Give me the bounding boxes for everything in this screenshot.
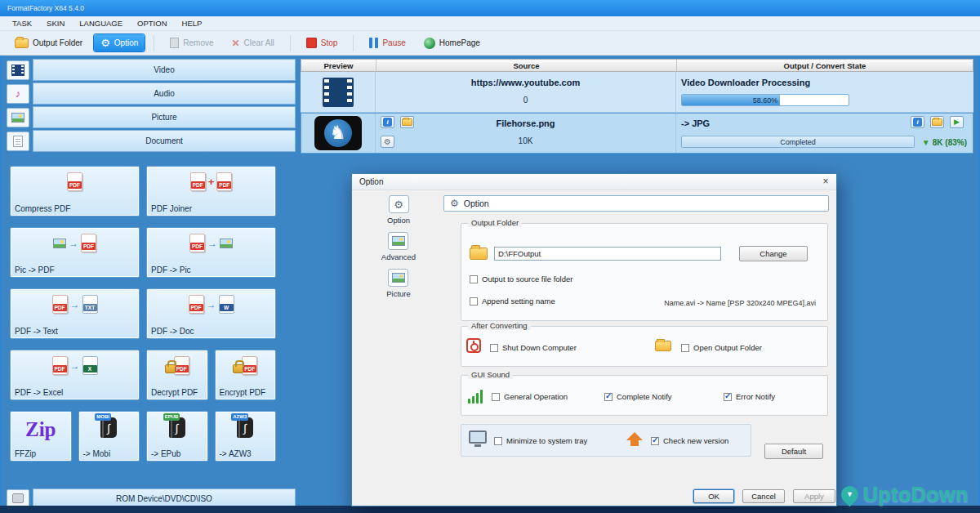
general-operation-checkbox[interactable]: General Operation <box>492 392 568 401</box>
stop-label: Stop <box>321 38 338 47</box>
tool-pdf-to-excel[interactable]: PDF X PDF -> Excel <box>10 350 140 400</box>
error-notify-checkbox[interactable]: Error Notify <box>724 392 775 401</box>
task-row-filehorse[interactable]: Filehorse.png 10K -> JPG Completed 8K (8… <box>301 113 973 154</box>
folder-icon <box>655 341 671 351</box>
pdf-icon: PDF <box>81 234 96 252</box>
tool-compress-pdf[interactable]: PDF Compress PDF <box>10 166 140 216</box>
tool-encrypt-pdf[interactable]: PDF Encrypt PDF <box>215 350 277 400</box>
arrow-icon <box>70 360 80 372</box>
complete-notify-checkbox[interactable]: Complete Notify <box>604 392 672 401</box>
tool-pdf-to-text[interactable]: PDF TXT PDF -> Text <box>10 288 140 339</box>
close-icon[interactable]: × <box>819 176 832 188</box>
check-new-version-checkbox[interactable]: Check new version <box>651 436 728 445</box>
source-filename: Filehorse.png <box>376 118 675 128</box>
category-document-label[interactable]: Document <box>33 130 296 152</box>
nav-option[interactable]: Option <box>387 195 410 225</box>
task-row-youtube[interactable]: https://www.youtube.com 0 Video Download… <box>301 72 973 113</box>
word-file-icon: W <box>219 295 234 314</box>
homepage-label: HomePage <box>439 38 480 47</box>
tool-decrypt-pdf[interactable]: PDF Decrypt PDF <box>146 350 208 400</box>
category-picture-label[interactable]: Picture <box>33 106 296 128</box>
category-document[interactable]: Document <box>7 130 296 152</box>
uptodown-watermark: UptoDown <box>841 483 969 506</box>
default-button[interactable]: Default <box>764 444 823 459</box>
misc-settings-box: Minimize to system tray Check new versio… <box>461 424 751 457</box>
gui-sound-group: GUI Sound General Operation Complete Not… <box>461 375 828 416</box>
task-table: Preview Source Output / Convert State ht… <box>301 59 973 154</box>
tool-pdf-to-pic[interactable]: PDF PDF -> Pic <box>146 227 276 278</box>
open-output-folder-checkbox[interactable]: Open Output Folder <box>681 343 762 352</box>
output-to-source-checkbox[interactable]: Output to source file folder <box>470 274 572 283</box>
ok-button[interactable]: OK <box>693 489 734 503</box>
arrow-icon <box>207 238 217 249</box>
minimize-to-tray-checkbox[interactable]: Minimize to system tray <box>494 436 587 445</box>
lock-icon <box>165 364 176 373</box>
change-button[interactable]: Change <box>739 246 808 261</box>
option-button[interactable]: Option <box>94 34 145 51</box>
pdf-icon: PDF <box>242 356 257 375</box>
output-path-input[interactable] <box>494 247 721 261</box>
header-source: Source <box>376 60 677 71</box>
window-title: FormatFactory X64 5.4.0 <box>7 4 84 12</box>
option-label: Option <box>114 38 138 47</box>
play-button[interactable] <box>950 116 964 128</box>
book-icon: MOBI <box>100 417 117 438</box>
stop-icon <box>306 38 317 48</box>
category-video[interactable]: Video <box>7 59 296 81</box>
tool-ffzip[interactable]: Zip FFZip <box>10 411 72 462</box>
after-converting-group: After Converting Shut Down Computer Open… <box>461 326 828 367</box>
uptodown-drop-icon <box>838 483 862 507</box>
category-audio[interactable]: Audio <box>7 83 296 105</box>
tool-pic-to-pdf[interactable]: PDF Pic -> PDF <box>10 227 140 278</box>
folder-icon <box>470 248 488 260</box>
advanced-nav-icon <box>388 232 408 250</box>
down-arrow-icon <box>922 138 930 147</box>
output-folder-button[interactable]: Output Folder <box>8 35 89 51</box>
nav-picture[interactable]: Picture <box>386 269 411 298</box>
tool-to-azw3[interactable]: AZW3 -> AZW3 <box>215 411 277 462</box>
nav-advanced[interactable]: Advanced <box>381 232 416 261</box>
option-dialog: Option × Option Advanced Picture Option … <box>351 173 837 506</box>
option-nav-icon <box>389 195 409 213</box>
header-preview: Preview <box>301 60 376 71</box>
menu-task[interactable]: TASK <box>5 17 39 29</box>
shutdown-checkbox[interactable]: Shut Down Computer <box>490 343 577 352</box>
menu-language[interactable]: LANGUAGE <box>72 17 130 29</box>
toolbar-separator <box>154 35 154 51</box>
append-setting-name-checkbox[interactable]: Append setting name <box>470 297 555 306</box>
pause-button[interactable]: Pause <box>363 34 412 51</box>
pdf-icon: PDF <box>67 172 82 191</box>
bottom-strip <box>0 506 980 513</box>
menu-skin[interactable]: SKIN <box>39 17 72 29</box>
cancel-button[interactable]: Cancel <box>742 489 785 503</box>
remove-label: Remove <box>183 38 213 47</box>
tool-pdf-to-doc[interactable]: PDF W PDF -> Doc <box>146 288 276 339</box>
result-size: 8K (83%) <box>922 138 967 147</box>
remove-button[interactable]: Remove <box>163 34 220 51</box>
open-folder-button[interactable] <box>930 116 944 128</box>
tool-to-mobi[interactable]: MOBI -> Mobi <box>78 411 140 462</box>
apply-button[interactable]: Apply <box>793 489 835 503</box>
clear-all-button[interactable]: Clear All <box>225 34 281 52</box>
app-window: FormatFactory X64 5.4.0 TASK SKIN LANGUA… <box>0 0 980 513</box>
homepage-button[interactable]: HomePage <box>417 34 487 52</box>
sound-bars-icon <box>468 389 483 404</box>
toolbar-separator <box>353 35 354 51</box>
menu-help[interactable]: HELP <box>175 17 210 29</box>
category-video-label[interactable]: Video <box>33 59 296 81</box>
menu-option[interactable]: OPTION <box>130 17 174 29</box>
source-size: 10K <box>376 136 675 145</box>
stop-button[interactable]: Stop <box>300 34 345 51</box>
update-icon <box>626 432 643 440</box>
state-title: -> JPG <box>681 118 710 128</box>
dialog-title-bar: Option × <box>352 174 836 190</box>
tool-pdf-joiner[interactable]: PDF PDF PDF Joiner <box>146 166 276 216</box>
remove-icon <box>170 38 179 48</box>
info-button[interactable] <box>911 116 924 128</box>
computer-icon <box>469 430 487 444</box>
category-picture[interactable]: Picture <box>7 106 296 128</box>
category-audio-label[interactable]: Audio <box>33 83 296 105</box>
tool-grid: PDF Compress PDF PDF PDF PDF Joiner PDF <box>10 166 276 472</box>
tool-to-epub[interactable]: EPUB -> EPub <box>146 411 208 462</box>
picture-nav-icon <box>388 269 408 287</box>
